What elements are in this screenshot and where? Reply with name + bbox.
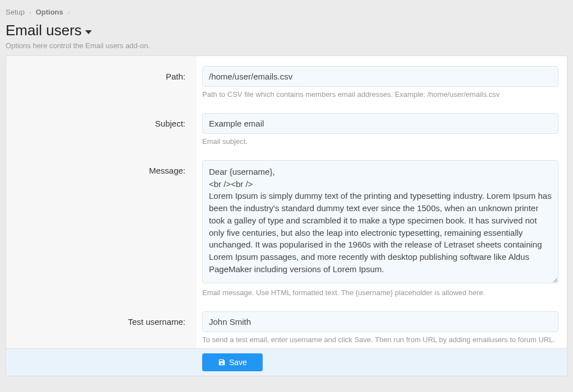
footer-bar: Save <box>6 349 567 376</box>
message-help: Email message. Use HTML formatted text. … <box>202 288 558 298</box>
test-username-label: Test username: <box>6 301 197 348</box>
path-field-col: Path to CSV file which contains members … <box>197 56 567 103</box>
message-input[interactable] <box>202 160 558 283</box>
save-icon <box>218 358 226 366</box>
test-username-field-col: To send a test email, enter username and… <box>197 301 567 348</box>
breadcrumb-setup[interactable]: Setup <box>6 8 25 16</box>
path-help: Path to CSV file which contains members … <box>202 90 558 100</box>
save-button-label: Save <box>229 358 247 367</box>
chevron-right-icon: › <box>29 9 31 16</box>
row-subject: Subject: Email subject. <box>6 103 567 150</box>
row-message: Message: Email message. Use HTML formatt… <box>6 150 567 301</box>
footer-spacer <box>12 353 202 371</box>
form-panel: Path: Path to CSV file which contains me… <box>6 55 567 349</box>
test-username-input[interactable] <box>202 311 558 332</box>
page-title-row[interactable]: Email users <box>6 22 567 39</box>
breadcrumb-options[interactable]: Options <box>36 8 63 16</box>
subject-field-col: Email subject. <box>197 103 567 150</box>
message-field-col: Email message. Use HTML formatted text. … <box>197 150 567 301</box>
path-label: Path: <box>6 56 197 103</box>
breadcrumb: Setup › Options › <box>6 8 567 16</box>
row-path: Path: Path to CSV file which contains me… <box>6 56 567 103</box>
save-button[interactable]: Save <box>202 353 263 371</box>
subject-help: Email subject. <box>202 137 558 147</box>
row-test-username: Test username: To send a test email, ent… <box>6 301 567 348</box>
subject-input[interactable] <box>202 113 558 134</box>
header-area: Setup › Options › Email users Options he… <box>0 0 573 55</box>
caret-down-icon <box>85 30 92 34</box>
test-username-help: To send a test email, enter username and… <box>202 335 558 345</box>
chevron-right-icon: › <box>68 9 70 16</box>
subject-label: Subject: <box>6 103 197 150</box>
message-label: Message: <box>6 150 197 301</box>
path-input[interactable] <box>202 66 558 87</box>
page-subtitle: Options here control the Email users add… <box>6 41 567 50</box>
page-title: Email users <box>6 22 82 39</box>
title-dropdown-toggle[interactable] <box>85 27 92 34</box>
